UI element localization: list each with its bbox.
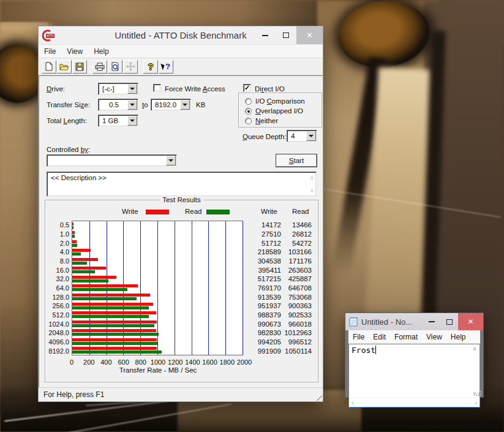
atto-titlebar[interactable]: ATTO Untitled - ATTO Disk Benchmark ✕ [39,26,323,44]
menu-view[interactable]: View [422,332,446,343]
notepad-text-area[interactable]: Frost [349,344,470,398]
chart-row [72,230,243,240]
queue-depth-combobox[interactable]: 4 [287,130,317,142]
minimize-button[interactable] [423,313,440,330]
total-length-value: 1 GB [102,117,118,124]
chevron-down-icon[interactable] [127,116,137,126]
maximize-button[interactable] [276,26,296,44]
menu-format[interactable]: Format [390,332,422,343]
horizontal-scrollbar[interactable]: ‹ › [349,398,480,407]
transfer-size-from-combobox[interactable]: 0.5 [98,99,138,111]
force-write-access-checkbox[interactable] [153,84,161,92]
chart-x-axis-label: Transfer Rate - MB / Sec [72,366,244,374]
chart-row [72,266,243,275]
radio-overlapped-io[interactable]: Overlapped I/O [245,107,303,115]
radio-io-comparison[interactable]: I/O Comparison [245,97,305,105]
print-button[interactable] [92,60,107,74]
read-bar [72,252,81,256]
close-button[interactable]: ✕ [458,313,483,330]
chevron-down-icon[interactable] [180,100,190,110]
y-tick-label: 1024.0 [45,319,69,328]
x-tick-label: 0 [70,358,73,366]
close-button[interactable]: ✕ [296,26,323,44]
menu-file[interactable]: File [348,332,369,343]
save-button[interactable] [72,60,87,74]
read-column-header: Read [292,208,309,215]
write-value: 982830 [243,328,281,338]
write-value: 517215 [243,275,281,284]
chart-row [72,239,243,248]
x-tick-label: 600 [118,358,129,366]
read-value: 996512 [281,338,312,347]
write-value: 994205 [243,338,281,347]
chevron-down-icon[interactable] [166,156,176,165]
direct-io-checkbox[interactable]: ✓ [243,84,251,92]
kb-label: KB [196,101,205,108]
context-help-button[interactable]: ? [159,60,173,74]
menu-file[interactable]: File [39,46,61,57]
scroll-left-icon[interactable]: ‹ [352,399,354,406]
notepad-app-icon [349,317,358,327]
scroll-right-icon[interactable]: › [475,399,477,406]
chevron-down-icon[interactable] [306,131,316,141]
notepad-titlebar[interactable]: Untitled - No... ✕ [345,313,483,330]
scroll-down-icon[interactable]: ∨ [310,188,314,194]
write-value: 951937 [243,301,281,311]
resize-grip[interactable] [314,393,322,401]
menu-view[interactable]: View [61,46,88,57]
write-value: 14172 [243,221,281,230]
drive-combobox[interactable]: [-c-] [98,83,138,95]
read-bar [72,351,162,354]
menu-help[interactable]: Help [88,46,115,57]
read-value: 753068 [281,292,312,301]
radio-neither[interactable]: Neither [245,117,278,124]
chevron-down-icon[interactable] [127,100,137,110]
controlled-by-combobox[interactable] [47,154,177,167]
write-bar [72,320,157,324]
menu-help[interactable]: Help [446,332,470,343]
read-bar [72,342,157,345]
read-bar [72,262,87,265]
write-bar [72,240,77,243]
atto-toolbar: ? ? [39,58,323,75]
read-bar [72,244,77,247]
maximize-button[interactable] [440,313,458,330]
write-value: 304538 [243,257,281,266]
about-help-button[interactable]: ? [143,60,158,74]
notepad-window: Untitled - No... ✕ File Edit Format View… [345,313,484,398]
context-help-icon: ? [165,62,170,71]
open-file-button[interactable] [57,60,72,74]
menu-edit[interactable]: Edit [369,332,390,343]
print-preview-button[interactable] [108,60,122,74]
write-value: 991909 [243,346,281,355]
chart-row [72,292,243,301]
io-mode-groupbox: I/O Comparison Overlapped I/O Neither [238,93,322,127]
radio-label: I/O Comparison [255,97,305,105]
new-file-button[interactable] [42,60,56,74]
resize-grip[interactable] [476,390,482,396]
y-tick-label: 16.0 [45,265,69,275]
minimize-button[interactable] [255,26,276,44]
queue-depth-value: 4 [291,132,295,140]
start-button[interactable]: Start [276,154,317,167]
chevron-down-icon[interactable] [127,84,137,94]
start-button-label: Start [289,157,304,164]
vertical-scrollbar[interactable]: ∧ ∨ [470,344,480,398]
description-box[interactable]: << Description >> ∧ ∨ [47,172,317,197]
notepad-window-title: Untitled - No... [361,317,412,327]
minimize-icon [262,35,268,36]
scroll-up-icon[interactable]: ∧ [473,346,477,352]
total-length-combobox[interactable]: 1 GB [98,115,138,127]
write-value: 913539 [243,292,281,301]
radio-selected-icon [245,108,252,115]
read-value: 54272 [281,238,312,248]
y-tick-label: 32.0 [45,275,69,284]
benchmark-chart: 0.51.02.04.08.016.032.064.0128.0256.0512… [45,221,312,355]
transfer-size-to-combobox[interactable]: 8192.0 [151,99,191,111]
close-icon: ✕ [467,317,473,326]
y-tick-label: 8.0 [45,257,69,266]
scroll-up-icon[interactable]: ∧ [310,175,314,181]
transfer-from-value: 0.5 [109,101,119,108]
pan-button[interactable] [123,60,138,74]
atto-menubar: File View Help [39,44,323,58]
